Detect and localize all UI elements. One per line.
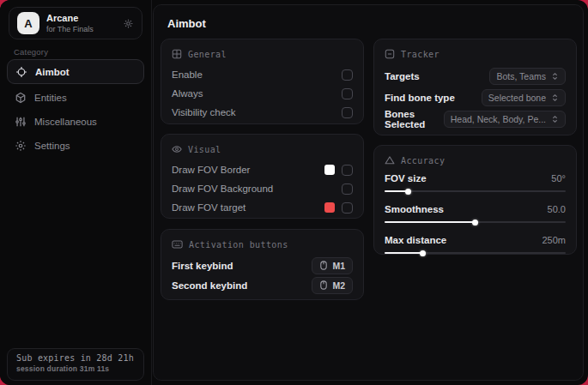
- setting-group-smoothness: Smoothness 50.0: [385, 202, 566, 226]
- slider-fill: [385, 221, 476, 223]
- setting-row-first-keybind: First keybind M1: [172, 256, 353, 275]
- always-checkbox[interactable]: [342, 88, 353, 99]
- setting-row-draw-fov-background: Draw FOV Background: [172, 179, 353, 198]
- setting-row-visibility-check: Visibility check: [172, 103, 353, 122]
- setting-label: Enable: [172, 69, 203, 80]
- visibility-check-checkbox[interactable]: [342, 107, 353, 118]
- app-header: A Arcane for The Finals: [9, 7, 142, 39]
- page-title: Aimbot: [167, 17, 206, 30]
- sidebar-item-miscellaneous[interactable]: Miscellaneous: [7, 109, 144, 134]
- setting-label: First keybind: [172, 261, 233, 271]
- mouse-icon: [319, 280, 328, 290]
- setting-label: Draw FOV Background: [172, 183, 273, 194]
- tracker-card-header: Tracker: [385, 49, 566, 59]
- card-title: Visual: [188, 145, 221, 154]
- controls-group: [324, 202, 353, 214]
- second-keybind-button[interactable]: M2: [312, 277, 353, 294]
- activation-card-header: Activation buttons: [172, 239, 353, 250]
- setting-row-find-bone-type: Find bone type Selected bone: [385, 87, 566, 108]
- sidebar-item-aimbot[interactable]: Aimbot: [7, 59, 144, 84]
- app-name: Arcane: [46, 13, 94, 24]
- card-title: Tracker: [401, 50, 439, 59]
- color-swatch[interactable]: [324, 165, 335, 175]
- setting-label: Targets: [385, 71, 420, 81]
- setting-row-draw-fov-target: Draw FOV target: [172, 198, 353, 217]
- controls-group: [324, 165, 353, 176]
- sidebar-item-label: Miscellaneous: [34, 117, 97, 127]
- max-distance-slider[interactable]: [385, 250, 566, 256]
- sidebar-item-entities[interactable]: Entities: [7, 85, 144, 110]
- setting-label: Smoothness: [385, 204, 444, 214]
- crosshair-icon: [15, 66, 27, 78]
- mouse-icon: [319, 261, 328, 270]
- setting-label: Visibility check: [172, 107, 236, 117]
- setting-row-bones-selected: Bones Selected Head, Neck, Body, Pe...: [385, 108, 566, 129]
- sidebar-item-label: Settings: [34, 141, 70, 151]
- sidebar-item-settings[interactable]: Settings: [7, 133, 144, 158]
- first-keybind-button[interactable]: M1: [312, 257, 353, 274]
- sub-expires-text: Sub expires in 28d 21h: [16, 353, 135, 363]
- grid-icon: [172, 49, 182, 59]
- category-label: Category: [14, 47, 48, 57]
- sliders-icon: [15, 116, 27, 128]
- smoothness-slider[interactable]: [385, 219, 566, 226]
- tracker-card: Tracker Targets Bots, Teams Find bone: [373, 39, 577, 135]
- dropdown-value: Head, Neck, Body, Pe...: [451, 114, 546, 124]
- app-window: A Arcane for The Finals Category: [0, 0, 588, 385]
- triangle-icon: [385, 155, 395, 165]
- gear-icon[interactable]: [123, 18, 134, 29]
- gear-icon: [15, 140, 27, 152]
- slider-fill: [385, 252, 422, 254]
- fov-size-slider[interactable]: [385, 188, 566, 195]
- eye-icon: [172, 144, 182, 154]
- app-subtitle: for The Finals: [46, 25, 94, 33]
- setting-row-enable: Enable: [172, 65, 353, 84]
- tracker-icon: [385, 49, 395, 59]
- session-duration-text: session duration 31m 11s: [16, 364, 135, 373]
- chevrons-up-down-icon: [551, 115, 559, 123]
- keyboard-icon: [172, 239, 183, 250]
- visual-card: Visual Draw FOV Border Draw FOV Backgrou…: [161, 134, 364, 219]
- setting-row-draw-fov-border: Draw FOV Border: [172, 160, 353, 179]
- draw-fov-background-checkbox[interactable]: [342, 183, 353, 195]
- setting-label: Find bone type: [385, 93, 455, 103]
- general-card: General Enable Always Visibility check: [161, 39, 364, 124]
- app-logo: A: [17, 12, 39, 34]
- draw-fov-border-checkbox[interactable]: [342, 165, 353, 176]
- app-title-block: Arcane for The Finals: [46, 13, 94, 33]
- subscription-info: Sub expires in 28d 21h session duration …: [7, 348, 144, 381]
- chevrons-up-down-icon: [551, 72, 559, 81]
- setting-row-always: Always: [172, 84, 353, 103]
- targets-dropdown[interactable]: Bots, Teams: [489, 68, 566, 85]
- slider-track: [385, 252, 566, 254]
- slider-thumb[interactable]: [405, 189, 411, 195]
- find-bone-type-dropdown[interactable]: Selected bone: [482, 89, 566, 106]
- color-swatch[interactable]: [324, 202, 335, 213]
- enable-checkbox[interactable]: [342, 69, 353, 81]
- setting-row-second-keybind: Second keybind M2: [172, 275, 353, 295]
- slider-thumb[interactable]: [420, 250, 426, 256]
- activation-card: Activation buttons First keybind M1 S: [161, 229, 364, 300]
- label-line: Smoothness 50.0: [385, 202, 566, 216]
- draw-fov-target-checkbox[interactable]: [342, 202, 353, 214]
- setting-label: Draw FOV Border: [172, 165, 250, 175]
- main-panel: Aimbot General Enable Always: [153, 4, 584, 381]
- setting-label: Draw FOV target: [172, 202, 246, 213]
- slider-thumb[interactable]: [472, 220, 478, 226]
- keybind-value: M2: [332, 280, 345, 291]
- screen: A Arcane for The Finals Category: [0, 0, 588, 385]
- entities-icon: [15, 92, 27, 104]
- sidebar-item-label: Entities: [34, 93, 67, 103]
- setting-value: 50°: [551, 173, 566, 183]
- setting-value: 250m: [542, 235, 566, 245]
- label-line: FOV size 50°: [385, 171, 566, 185]
- setting-group-max-distance: Max distance 250m: [385, 233, 566, 256]
- accuracy-card-header: Accuracy: [385, 155, 566, 165]
- general-card-header: General: [172, 49, 353, 59]
- dropdown-value: Selected bone: [488, 93, 546, 103]
- slider-track: [385, 190, 566, 192]
- sidebar-item-label: Aimbot: [35, 67, 70, 77]
- setting-group-fov-size: FOV size 50°: [385, 171, 566, 195]
- bones-selected-dropdown[interactable]: Head, Neck, Body, Pe...: [444, 111, 566, 128]
- setting-label: Max distance: [385, 235, 446, 245]
